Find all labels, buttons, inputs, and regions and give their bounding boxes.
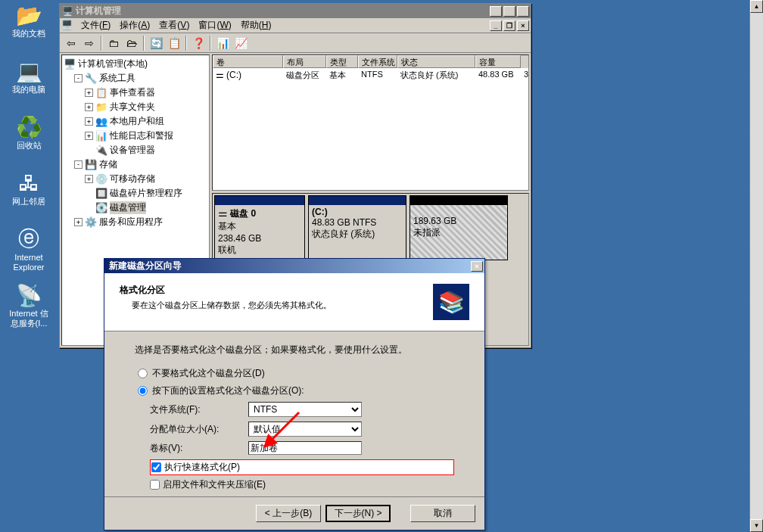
tree-label: 事件查看器	[110, 86, 155, 99]
check-quick-format[interactable]: 执行快速格式化(P)	[150, 459, 454, 475]
menu-window[interactable]: 窗口(W)	[194, 17, 235, 33]
window-title: 计算机管理	[76, 5, 490, 17]
radio-format[interactable]: 按下面的设置格式化这个磁盘分区(O):	[135, 384, 454, 397]
recycle-icon: ♻️	[17, 115, 41, 139]
check-compression[interactable]: 启用文件和文件夹压缩(E)	[150, 478, 454, 491]
radio-input[interactable]	[138, 386, 148, 396]
disk-icon: ⚌	[218, 207, 228, 219]
wizard-titlebar[interactable]: 新建磁盘分区向导 ×	[104, 259, 484, 273]
radio-no-format[interactable]: 不要格式化这个磁盘分区(D)	[135, 367, 454, 380]
titlebar[interactable]: 🖥️ 计算机管理 _ □ ×	[60, 4, 531, 18]
volume-c[interactable]: (C:) 48.83 GB NTFS 状态良好 (系统)	[308, 195, 406, 260]
minimize-button[interactable]: _	[490, 6, 502, 17]
icon-label: 网上邻居	[6, 197, 51, 207]
expand-icon[interactable]: +	[85, 103, 93, 111]
tree-storage[interactable]: - 💾 存储	[64, 157, 207, 172]
menu-action[interactable]: 操作(A)	[115, 17, 154, 33]
menu-help[interactable]: 帮助(H)	[236, 17, 276, 33]
back-button[interactable]: ⇦	[63, 35, 79, 51]
col-status[interactable]: 状态	[397, 55, 475, 68]
col-volume[interactable]: 卷	[213, 55, 283, 68]
tree-system-tools[interactable]: - 🔧 系统工具	[64, 71, 207, 86]
scroll-down-icon[interactable]: ▼	[750, 519, 763, 532]
menu-view[interactable]: 查看(V)	[154, 17, 194, 33]
cancel-button[interactable]: 取消	[410, 505, 475, 522]
back-button[interactable]: < 上一步(B)	[256, 505, 321, 522]
expand-icon[interactable]: +	[74, 218, 83, 226]
help-button[interactable]: ❓	[190, 35, 207, 51]
expand-icon[interactable]: +	[85, 175, 93, 183]
col-type[interactable]: 类型	[326, 55, 358, 68]
maximize-button[interactable]: □	[503, 6, 515, 17]
vol-status: 未指派	[413, 227, 441, 238]
col-layout[interactable]: 布局	[283, 55, 326, 68]
mdi-minimize-button[interactable]: _	[490, 20, 502, 31]
tree-perf-logs[interactable]: + 📊 性能日志和警报	[64, 129, 207, 143]
checkbox-input[interactable]	[150, 480, 160, 490]
desktop-icon-ie[interactable]: ⓔ Internet Explorer	[6, 227, 51, 272]
tree-device-mgr[interactable]: 🔌 设备管理器	[64, 143, 207, 157]
select-allocation[interactable]: 默认值	[248, 422, 362, 437]
wizard-body: 选择是否要格式化这个磁盘分区；如果要格式化，要使用什么设置。 不要格式化这个磁盘…	[104, 331, 484, 506]
collapse-icon[interactable]: -	[74, 74, 83, 82]
scroll-up-icon[interactable]: ▲	[750, 0, 763, 13]
separator	[210, 36, 211, 51]
desktop-icon-iis[interactable]: 📡 Internet 信息服务(I...	[6, 283, 51, 328]
tree-disk-mgmt[interactable]: 💽 磁盘管理	[64, 201, 207, 215]
tree-removable[interactable]: + 💿 可移动存储	[64, 172, 207, 186]
close-button[interactable]: ×	[471, 261, 483, 272]
tree-label: 服务和应用程序	[99, 216, 163, 229]
mdi-restore-button[interactable]: ❐	[503, 20, 515, 31]
tree-services[interactable]: + ⚙️ 服务和应用程序	[64, 215, 207, 229]
desktop-icon-computer[interactable]: 💻 我的电脑	[6, 59, 51, 95]
properties-button[interactable]: 📋	[166, 35, 182, 51]
tool-button[interactable]: 📈	[232, 35, 249, 51]
radio-input[interactable]	[138, 369, 148, 378]
col-capacity[interactable]: 容量	[475, 55, 521, 68]
wizard-header-title: 格式化分区	[120, 284, 433, 297]
icon-label: Internet Explorer	[6, 253, 51, 272]
disk-status: 联机	[218, 244, 236, 255]
tree-local-users[interactable]: + 👥 本地用户和组	[64, 114, 207, 129]
tree-root[interactable]: 🖥️ 计算机管理(本地)	[64, 57, 207, 71]
up-button[interactable]: 🗀	[105, 35, 122, 51]
radio-label: 不要格式化这个磁盘分区(D)	[152, 367, 265, 380]
input-volume-label[interactable]	[248, 441, 362, 455]
tree-defrag[interactable]: 🔲 磁盘碎片整理程序	[64, 186, 207, 201]
forward-button[interactable]: ⇨	[81, 35, 98, 51]
next-button[interactable]: 下一步(N) >	[325, 505, 391, 522]
volume-row[interactable]: ⚌ (C:) 磁盘分区 基本 NTFS 状态良好 (系统) 48.83 GB 3	[213, 68, 528, 82]
disk-info[interactable]: ⚌ 磁盘 0 基本 238.46 GB 联机	[214, 195, 305, 260]
tree-label: 磁盘碎片整理程序	[110, 187, 182, 200]
volume-unallocated[interactable]: 189.63 GB 未指派	[410, 195, 508, 260]
close-button[interactable]: ×	[517, 6, 529, 17]
tree-event-viewer[interactable]: + 📋 事件查看器	[64, 86, 207, 100]
folder-icon: 📂	[17, 3, 41, 27]
desktop-icon-recycle[interactable]: ♻️ 回收站	[6, 115, 51, 151]
tree-shared-folders[interactable]: + 📁 共享文件夹	[64, 100, 207, 114]
users-icon: 👥	[95, 116, 107, 128]
checkbox-input[interactable]	[151, 462, 161, 472]
menu-file[interactable]: 文件(F)	[76, 17, 115, 33]
refresh-button[interactable]: 🔄	[148, 35, 164, 51]
volume-list[interactable]: 卷 布局 类型 文件系统 状态 容量 ⚌ (C:) 磁盘分区 基本 NTFS 状…	[212, 54, 529, 191]
scroll-track[interactable]	[750, 13, 763, 519]
list-header: 卷 布局 类型 文件系统 状态 容量	[213, 55, 528, 68]
col-fs[interactable]: 文件系统	[358, 55, 397, 68]
select-filesystem[interactable]: NTFS	[248, 402, 362, 417]
expand-icon[interactable]: +	[85, 117, 93, 126]
system-menu-icon[interactable]: 🖥️	[61, 20, 73, 32]
expand-icon[interactable]: +	[85, 89, 93, 97]
desktop-icon-documents[interactable]: 📂 我的文档	[6, 3, 51, 39]
label-allocation: 分配单位大小(A):	[150, 423, 248, 436]
expand-icon[interactable]: +	[85, 132, 93, 140]
tool-button[interactable]: 📊	[214, 35, 231, 51]
folder-button[interactable]: 🗁	[123, 35, 140, 51]
collapse-icon[interactable]: -	[74, 160, 83, 169]
mdi-close-button[interactable]: ×	[517, 20, 529, 31]
disk-name: 磁盘 0	[230, 208, 256, 219]
viewer-scrollbar[interactable]: ▲ ▼	[749, 0, 763, 532]
desktop-icon-network[interactable]: 🖧 网上邻居	[6, 171, 51, 207]
checkbox-label: 执行快速格式化(P)	[164, 461, 240, 474]
device-icon: 🔌	[95, 145, 107, 157]
